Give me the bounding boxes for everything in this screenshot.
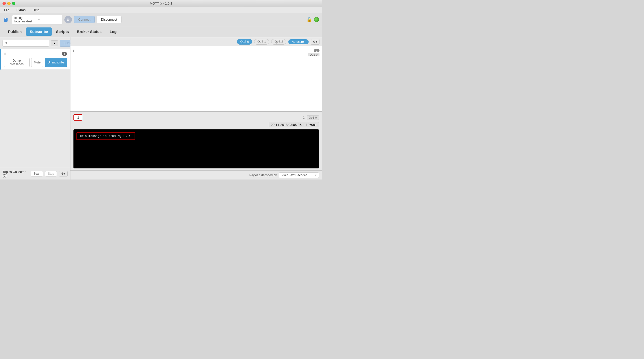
topics-collector-settings-button[interactable]: ⚙▾ — [59, 171, 68, 176]
topic-input[interactable] — [3, 40, 49, 47]
payload-decoder-bar: Payload decoded by Plain Text Decoder JS… — [70, 170, 322, 179]
lock-icon: 🔓 — [306, 17, 312, 22]
topics-collector: Topics Collector (0) Scan Stop ⚙▾ — [0, 168, 70, 179]
svg-rect-2 — [5, 20, 7, 20]
topics-collector-label: Topics Collector (0) — [3, 170, 29, 177]
connection-selector[interactable]: iotedge-localhost-test ▼ — [12, 15, 62, 24]
minimize-button[interactable] — [7, 2, 11, 5]
unsubscribe-button[interactable]: Unsubscribe — [45, 58, 67, 67]
tab-publish[interactable]: Publish — [4, 27, 26, 36]
message-list-area: t1 1 QoS 0 — [70, 46, 322, 112]
chevron-down-icon: ▼ — [38, 18, 60, 21]
qos1-button[interactable]: QoS 1 — [254, 39, 269, 45]
right-qos-bar: QoS 0 QoS 1 QoS 2 Autoscroll ⚙▾ — [70, 37, 322, 46]
menu-file[interactable]: File — [3, 8, 11, 12]
message-detail-meta: 1 QoS 0 — [303, 115, 319, 120]
subscription-actions: Dump Messages Mute Unsubscribe — [4, 58, 67, 67]
close-button[interactable] — [3, 2, 6, 5]
connection-name: iotedge-localhost-test — [14, 16, 37, 23]
svg-rect-1 — [5, 18, 6, 19]
message-qos-badge: QoS 0 — [308, 53, 319, 56]
window-title: MQTT.fx - 1.5.1 — [150, 2, 172, 5]
menu-extras[interactable]: Extras — [15, 8, 27, 12]
message-detail-topic: t1 — [73, 114, 82, 121]
message-payload-content: This message is from MQTTBOX. — [76, 132, 135, 140]
decoder-select-wrapper: Plain Text Decoder JSON Decoder XML Deco… — [279, 172, 319, 178]
menubar: File Extras Help — [0, 7, 322, 13]
autoscroll-button[interactable]: Autoscroll — [288, 39, 309, 44]
message-detail-area: t1 1 QoS 0 29-11-2018 03:05:26.11126081 … — [70, 112, 322, 179]
disconnect-button[interactable]: Disconnect — [97, 16, 121, 23]
subscribe-bar: ▼ Subscribe — [0, 37, 70, 49]
qos0-button[interactable]: QoS 0 — [237, 39, 252, 45]
tab-subscribe[interactable]: Subscribe — [26, 27, 52, 36]
subscription-item-header: t1 1 — [4, 52, 67, 56]
connect-button[interactable]: Connect — [74, 16, 95, 23]
topic-dropdown-button[interactable]: ▼ — [51, 40, 58, 46]
right-settings-button[interactable]: ⚙▾ — [311, 39, 319, 45]
subscription-count-badge: 1 — [62, 52, 67, 56]
gear-icon: ⚙ — [67, 18, 70, 22]
settings-button[interactable]: ⚙ — [64, 16, 72, 23]
titlebar: MQTT.fx - 1.5.1 — [0, 0, 322, 7]
main-content: ▼ Subscribe t1 1 Dump Messages Mute Unsu… — [0, 37, 322, 179]
message-list-header: t1 1 QoS 0 — [73, 49, 319, 56]
mute-button[interactable]: Mute — [31, 58, 44, 67]
tabbar: Publish Subscribe Scripts Broker Status … — [0, 26, 322, 37]
message-detail-qos: QoS 0 — [307, 115, 319, 120]
connection-status-dot — [314, 17, 319, 22]
left-panel: ▼ Subscribe t1 1 Dump Messages Mute Unsu… — [0, 37, 70, 179]
dump-messages-button[interactable]: Dump Messages — [4, 58, 30, 67]
titlebar-buttons — [3, 2, 15, 5]
message-detail-header: t1 1 QoS 0 — [70, 112, 322, 122]
message-timestamp: 29-11-2018 03:05:26.11126081 — [269, 122, 319, 127]
message-list-topic: t1 — [73, 49, 76, 53]
svg-rect-3 — [5, 21, 6, 21]
list-item: t1 1 Dump Messages Mute Unsubscribe — [0, 49, 70, 70]
qos2-button[interactable]: QoS 2 — [271, 39, 286, 45]
message-count-qos: 1 QoS 0 — [308, 49, 319, 56]
message-count-badge: 1 — [314, 49, 319, 52]
right-panel: QoS 0 QoS 1 QoS 2 Autoscroll ⚙▾ t1 1 QoS… — [70, 37, 322, 179]
decoder-label: Payload decoded by — [249, 173, 277, 177]
message-payload-area: This message is from MQTTBOX. — [73, 129, 319, 168]
menu-help[interactable]: Help — [31, 8, 41, 12]
toolbar: iotedge-localhost-test ▼ ⚙ Connect Disco… — [0, 13, 322, 26]
scan-button[interactable]: Scan — [31, 171, 43, 176]
maximize-button[interactable] — [12, 2, 15, 5]
tab-broker-status[interactable]: Broker Status — [73, 27, 106, 36]
message-number: 1 — [303, 116, 305, 119]
tab-scripts[interactable]: Scripts — [52, 27, 73, 36]
decoder-select[interactable]: Plain Text Decoder JSON Decoder XML Deco… — [279, 172, 319, 178]
subscription-topic-name: t1 — [4, 52, 7, 56]
mqtt-icon — [3, 16, 10, 23]
subscription-list: t1 1 Dump Messages Mute Unsubscribe — [0, 49, 70, 168]
tab-log[interactable]: Log — [106, 27, 121, 36]
stop-button[interactable]: Stop — [45, 171, 57, 176]
